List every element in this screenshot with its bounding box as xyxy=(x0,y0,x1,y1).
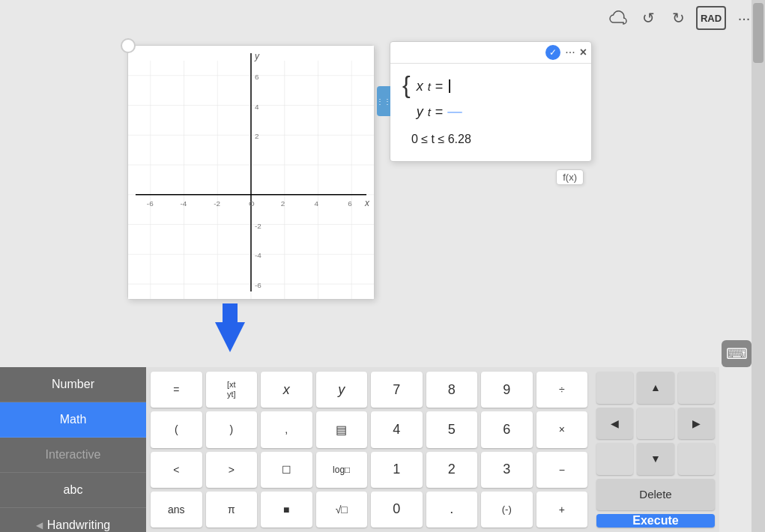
graph-svg: x y -6 -4 -2 O 2 4 6 6 4 2 -2 -4 -6 xyxy=(128,46,374,299)
keyboard-icon: ⌨ xyxy=(726,345,748,363)
nav-down-button[interactable]: ▼ xyxy=(637,443,674,475)
key-close-paren[interactable]: ) xyxy=(206,411,258,447)
key-dot[interactable]: . xyxy=(426,492,478,528)
equals-2: = xyxy=(435,100,444,124)
key-greater-than[interactable]: > xyxy=(206,452,258,488)
svg-text:-2: -2 xyxy=(255,222,261,230)
key-log[interactable]: log□ xyxy=(316,452,368,488)
svg-text:4: 4 xyxy=(314,199,318,208)
key-y[interactable]: y xyxy=(316,372,368,408)
equation-line-2: y t = xyxy=(417,100,463,124)
svg-text:-6: -6 xyxy=(147,199,154,208)
scrollbar[interactable] xyxy=(752,0,765,532)
execute-button[interactable]: Execute xyxy=(596,514,715,528)
key-pi[interactable]: π xyxy=(206,492,258,528)
key-comma[interactable]: , xyxy=(261,411,312,447)
svg-text:y: y xyxy=(254,51,260,61)
keyboard-toggle-button[interactable]: ⌨ xyxy=(722,340,752,367)
tab-number[interactable]: Number xyxy=(0,367,146,402)
keyboard-nav: ▲ ◀ ▶ ▼ Delete Execute xyxy=(592,367,719,532)
fx-badge[interactable]: f(x) xyxy=(556,169,584,185)
card-body: { x t = y t = 0 ≤ t ≤ 6.28 xyxy=(390,64,591,161)
keyboard-area: Number Math Interactive abc ◀ Handwritin… xyxy=(0,367,719,532)
key-open-paren[interactable]: ( xyxy=(151,411,202,447)
key-5[interactable]: 5 xyxy=(426,411,478,447)
nav-right-button[interactable]: ▶ xyxy=(678,408,715,440)
check-icon[interactable]: ✓ xyxy=(545,45,560,60)
svg-text:4: 4 xyxy=(255,103,259,111)
key-minus[interactable]: − xyxy=(536,452,588,488)
tab-handwriting-label: Handwriting xyxy=(47,519,110,532)
handwriting-arrow: ◀ xyxy=(36,520,43,531)
equation-line-1: x t = xyxy=(417,74,463,98)
nav-empty-3 xyxy=(637,408,674,440)
key-1[interactable]: 1 xyxy=(371,452,423,488)
redo-button[interactable]: ↻ xyxy=(666,6,690,30)
nav-empty-2 xyxy=(678,372,715,404)
t-sub-1: t xyxy=(428,76,431,97)
svg-text:6: 6 xyxy=(348,199,352,208)
key-3[interactable]: 3 xyxy=(481,452,533,488)
key-sqrt[interactable]: √□ xyxy=(316,492,368,528)
key-6[interactable]: 6 xyxy=(481,411,533,447)
svg-text:6: 6 xyxy=(255,73,259,81)
svg-text:-4: -4 xyxy=(255,251,261,259)
t-range: 0 ≤ t ≤ 6.28 xyxy=(411,129,471,151)
x-var: x xyxy=(417,74,423,98)
key-9[interactable]: 9 xyxy=(481,372,533,408)
card-menu-button[interactable]: ··· xyxy=(565,46,575,59)
graph-widget: x y -6 -4 -2 O 2 4 6 6 4 2 -2 -4 -6 xyxy=(127,45,375,300)
more-button[interactable]: ··· xyxy=(732,6,756,30)
key-4[interactable]: 4 xyxy=(371,411,423,447)
key-7[interactable]: 7 xyxy=(371,372,423,408)
key-plus[interactable]: + xyxy=(536,492,588,528)
t-sub-2: t xyxy=(428,102,431,122)
key-box[interactable]: ☐ xyxy=(261,452,312,488)
keyboard-keys: = [xtyt] x y 7 8 9 ÷ ( ) , ▤ 4 5 6 × < >… xyxy=(146,367,592,532)
key-neg[interactable]: (-) xyxy=(481,492,533,528)
graph-handle[interactable] xyxy=(121,38,136,53)
svg-text:-2: -2 xyxy=(214,199,220,208)
key-multiply[interactable]: × xyxy=(536,411,588,447)
svg-text:2: 2 xyxy=(255,132,259,140)
tab-math[interactable]: Math xyxy=(0,402,146,438)
cloud-button[interactable] xyxy=(606,6,630,30)
key-xt-yt[interactable]: [xtyt] xyxy=(206,372,258,408)
arrow-down xyxy=(215,322,245,352)
key-less-than[interactable]: < xyxy=(151,452,202,488)
cursor xyxy=(449,79,450,93)
undo-button[interactable]: ↺ xyxy=(636,6,660,30)
y-value-box[interactable] xyxy=(447,112,462,113)
equation-card: ⋮⋮ ✓ ··· × { x t = y t = xyxy=(390,41,592,162)
nav-empty-1 xyxy=(596,372,633,404)
equation-line-3: 0 ≤ t ≤ 6.28 xyxy=(402,129,579,151)
svg-text:-6: -6 xyxy=(255,281,261,289)
key-square[interactable]: ■ xyxy=(261,492,312,528)
rad-button[interactable]: RAD xyxy=(696,6,726,30)
key-x[interactable]: x xyxy=(261,372,312,408)
tab-interactive[interactable]: Interactive xyxy=(0,438,146,473)
key-2[interactable]: 2 xyxy=(426,452,478,488)
key-0[interactable]: 0 xyxy=(371,492,423,528)
key-divide[interactable]: ÷ xyxy=(536,372,588,408)
nav-up-button[interactable]: ▲ xyxy=(637,372,674,404)
nav-empty-5 xyxy=(678,443,715,475)
tab-handwriting[interactable]: ◀ Handwriting xyxy=(0,508,146,532)
key-8[interactable]: 8 xyxy=(426,372,478,408)
keyboard-tabs: Number Math Interactive abc ◀ Handwritin… xyxy=(0,367,146,532)
svg-text:O: O xyxy=(249,199,255,208)
key-equals[interactable]: = xyxy=(151,372,202,408)
key-fraction[interactable]: ▤ xyxy=(316,411,368,447)
card-close-button[interactable]: × xyxy=(580,46,587,59)
svg-text:x: x xyxy=(364,198,370,208)
key-ans[interactable]: ans xyxy=(151,492,202,528)
svg-text:2: 2 xyxy=(281,199,285,208)
tab-abc[interactable]: abc xyxy=(0,473,146,508)
nav-left-button[interactable]: ◀ xyxy=(596,408,633,440)
nav-empty-4 xyxy=(596,443,633,475)
toolbar: ↺ ↻ RAD ··· xyxy=(597,0,765,36)
delete-button[interactable]: Delete xyxy=(596,479,715,511)
y-var: y xyxy=(417,100,423,124)
drag-handle[interactable]: ⋮⋮ xyxy=(377,86,390,116)
svg-text:-4: -4 xyxy=(181,199,187,208)
